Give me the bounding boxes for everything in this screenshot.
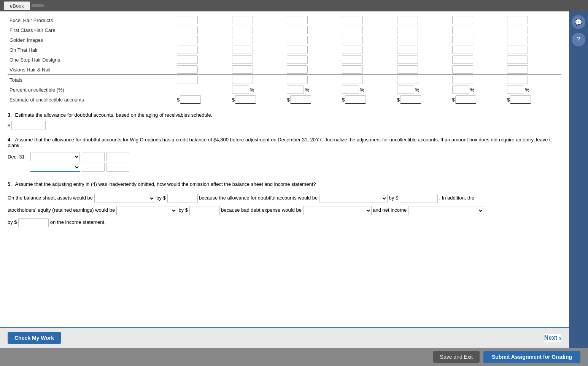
golden-col2[interactable] [232, 36, 253, 44]
save-exit-button[interactable]: Save and Exit [433, 351, 480, 363]
ohthat-col2[interactable] [232, 46, 253, 54]
onestop-col3[interactable] [287, 55, 308, 64]
firstclass-col2[interactable] [232, 26, 253, 34]
pct-col3[interactable] [287, 86, 304, 94]
excel-col1[interactable] [177, 16, 198, 24]
totals-col6[interactable] [452, 76, 473, 84]
q3-answer-field[interactable] [11, 121, 46, 130]
pct-col5[interactable] [397, 86, 414, 94]
excel-col7[interactable] [507, 16, 528, 24]
totals-col3[interactable] [287, 76, 308, 84]
excel-col4[interactable] [342, 16, 363, 24]
visions-col4[interactable] [342, 65, 363, 74]
row-label-firstclass: First Class Hair Care [8, 25, 176, 35]
journal-credit-1[interactable] [106, 152, 129, 161]
pct-sign-3: % [305, 87, 309, 93]
pct-sign-4: % [360, 87, 364, 93]
firstclass-col3[interactable] [287, 26, 308, 34]
visions-col3[interactable] [287, 65, 308, 74]
bottom-bar: Check My Work Next › [0, 327, 569, 348]
visions-col7[interactable] [507, 65, 528, 74]
chat-icon[interactable]: 💬 [572, 15, 585, 29]
totals-label: Totals [8, 75, 176, 85]
totals-col7[interactable] [507, 76, 528, 84]
golden-col5[interactable] [397, 36, 418, 44]
ohthat-col7[interactable] [507, 46, 528, 54]
est-col4[interactable] [345, 95, 366, 104]
submit-button[interactable]: Submit Assignment for Grading [483, 351, 580, 363]
totals-col5[interactable] [397, 76, 418, 84]
equity-dropdown[interactable]: overstated understated [116, 206, 177, 215]
est-col1[interactable] [180, 95, 201, 104]
golden-col7[interactable] [507, 36, 528, 44]
journal-account-select-1[interactable] [30, 152, 80, 161]
firstclass-col1[interactable] [177, 26, 198, 34]
ohthat-col1[interactable] [177, 46, 198, 54]
onestop-col5[interactable] [397, 55, 418, 64]
onestop-col7[interactable] [507, 55, 528, 64]
help-icon[interactable]: ? [572, 33, 585, 46]
firstclass-col6[interactable] [452, 26, 473, 34]
ohthat-col3[interactable] [287, 46, 308, 54]
golden-col4[interactable] [342, 36, 363, 44]
allowance-dropdown[interactable]: overstated understated [319, 194, 388, 203]
table-row: Excel Hair Products [8, 15, 561, 25]
pct-col7[interactable] [507, 86, 524, 94]
est-col5[interactable] [400, 95, 421, 104]
bad-debt-dropdown[interactable]: overstated understated [303, 206, 372, 215]
pct-col4[interactable] [342, 86, 359, 94]
golden-col6[interactable] [452, 36, 473, 44]
golden-col1[interactable] [177, 36, 198, 44]
est-col3[interactable] [290, 95, 311, 104]
est-col7[interactable] [510, 95, 531, 104]
journal-debit-2[interactable] [82, 163, 105, 172]
excel-col2[interactable] [232, 16, 253, 24]
est-col2[interactable] [235, 95, 256, 104]
check-my-work-button[interactable]: Check My Work [8, 332, 61, 344]
percent-label: Percent uncollectible (%) [8, 85, 176, 95]
q5-line1: On the balance sheet, assets would be ov… [8, 193, 561, 203]
q4-section: 4. Assume that the allowance for doubtfu… [8, 137, 561, 172]
ohthat-col5[interactable] [397, 46, 418, 54]
ohthat-col4[interactable] [342, 46, 363, 54]
onestop-col1[interactable] [177, 55, 198, 64]
firstclass-col7[interactable] [507, 26, 528, 34]
totals-col2[interactable] [232, 76, 253, 84]
q5-line1-pre: On the balance sheet, assets would be [8, 195, 93, 201]
journal-account-select-2[interactable] [30, 163, 80, 172]
pct-col6[interactable] [452, 86, 469, 94]
visions-col6[interactable] [452, 65, 473, 74]
net-income-amount-field[interactable] [18, 218, 49, 227]
q5-line2-mid: because bad debt expense would be [221, 207, 302, 213]
assets-amount-field[interactable] [167, 194, 198, 203]
totals-col1[interactable] [177, 76, 198, 84]
ohthat-col6[interactable] [452, 46, 473, 54]
excel-col5[interactable] [397, 16, 418, 24]
totals-col4[interactable] [342, 76, 363, 84]
net-income-dropdown[interactable]: overstated understated [408, 206, 484, 215]
tab-ebook[interactable]: eBook [4, 2, 30, 10]
equity-amount-field[interactable] [189, 206, 220, 215]
firstclass-col4[interactable] [342, 26, 363, 34]
visions-col2[interactable] [232, 65, 253, 74]
firstclass-col5[interactable] [397, 26, 418, 34]
journal-debit-1[interactable] [82, 152, 105, 161]
assets-dropdown[interactable]: overstated understated [94, 194, 155, 203]
q3-section: 3. Estimate the allowance for doubtful a… [8, 112, 561, 130]
onestop-col2[interactable] [232, 55, 253, 64]
table-row: Oh That Hair [8, 45, 561, 55]
tab-other[interactable] [32, 4, 44, 7]
visions-col1[interactable] [177, 65, 198, 74]
journal-credit-2[interactable] [106, 163, 129, 172]
pct-col2[interactable] [232, 86, 249, 94]
allowance-amount-field[interactable] [400, 194, 438, 203]
est-col6[interactable] [455, 95, 476, 104]
onestop-col4[interactable] [342, 55, 363, 64]
visions-col5[interactable] [397, 65, 418, 74]
aging-table: Excel Hair Products First Class Hair Car… [8, 15, 561, 105]
next-button[interactable]: Next › [544, 334, 561, 342]
excel-col6[interactable] [452, 16, 473, 24]
onestop-col6[interactable] [452, 55, 473, 64]
excel-col3[interactable] [287, 16, 308, 24]
golden-col3[interactable] [287, 36, 308, 44]
